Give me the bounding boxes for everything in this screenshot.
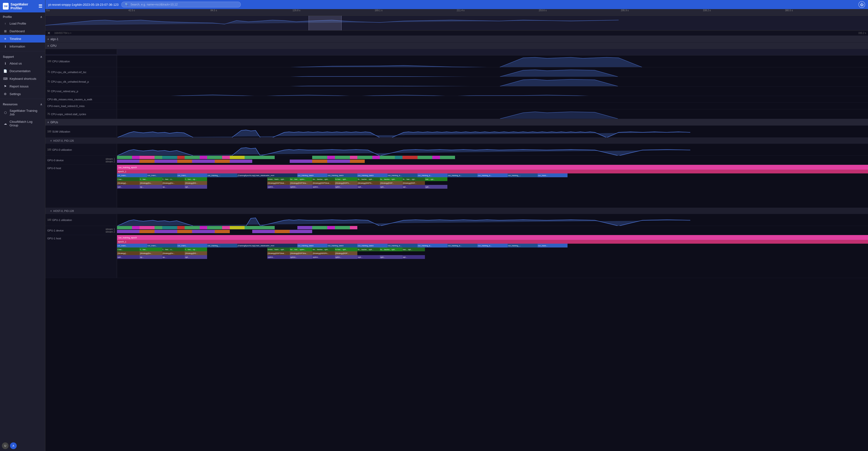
track-label-cpu-inst: 50 CPU-inst_retired.any_p	[45, 87, 117, 96]
host0-header[interactable]: ∧ HOST-0, PID-126	[45, 138, 868, 144]
tick-6: 253.6 s	[539, 9, 547, 12]
step238-block[interactable]: run_training_b...	[447, 174, 477, 177]
mini-selection[interactable]	[309, 16, 342, 30]
track-row-cpu-clk-ref: 75 CPU-cpu_clk_unhalted.ref_tsc	[45, 67, 868, 77]
step230-block[interactable]: run_traini...	[147, 174, 177, 177]
gpu-sum-label: SUM Utilization	[52, 130, 70, 133]
host1-header[interactable]: ∧ HOST-0, PID-128	[45, 208, 868, 214]
profile-collapse-icon[interactable]: ∧	[40, 15, 42, 19]
resources-collapse-icon[interactable]: ∧	[40, 103, 42, 106]
resources-section-label: Resources ∧	[0, 100, 45, 107]
run-training-epoch-block[interactable]: run_training_epoch	[117, 165, 868, 170]
sidebar-bottom: U A	[0, 441, 45, 451]
step232-block[interactable]: run_training_...	[207, 174, 237, 177]
tick-8: 338.2 s	[703, 9, 711, 12]
sidebar-item-about[interactable]: ℹ About us	[0, 59, 45, 67]
report-icon: ⚑	[3, 84, 7, 88]
epoch1-block[interactable]: epoch_1	[117, 170, 868, 174]
gpu1-opti-row: opti... op... op... opt... optimi... opt…	[117, 255, 868, 259]
cpu-util-label: CPU Utilization	[52, 60, 70, 63]
algo-section-header[interactable]: ∧ algo-1	[45, 36, 868, 42]
step235-block[interactable]: run_training_batch	[357, 174, 388, 177]
track-canvas-cpu-clk-thread[interactable]	[117, 77, 868, 86]
dashboard-label: Dashboard	[9, 29, 25, 33]
shortcuts-label: Keyboard shortcuts	[9, 77, 36, 81]
step240-block[interactable]: run_training_...	[507, 174, 538, 177]
sidebar-item-timeline[interactable]: ≡ Timeline	[0, 35, 45, 42]
track-label-gpu1-util: 100 GPU-1 utilization	[45, 214, 117, 226]
track-canvas-gpu-sum[interactable]	[117, 126, 868, 137]
track-canvas-cpu-clk-ref[interactable]	[117, 67, 868, 77]
tick-7: 295.9 s	[621, 9, 629, 12]
track-canvas-cpu-uops[interactable]	[117, 110, 868, 119]
step233-block[interactable]: run_training_batch	[298, 174, 328, 177]
profile-section-label: Profile ∧	[0, 12, 45, 20]
track-canvas-cpu-util[interactable]	[117, 55, 868, 67]
step237-block[interactable]: run_training_b...	[417, 174, 447, 177]
track-label-gpu1-device: GPU-1 device stream 1 stream 2	[45, 226, 117, 235]
track-row-cpu-clk-thread: 75 CPU-cpu_clk_unhalted.thread_p	[45, 77, 868, 87]
gpu0-epoch-row: run_training_epoch	[117, 165, 868, 170]
settings-icon: ⚙	[3, 92, 7, 96]
cpu-section-header[interactable]: ∧ CPU	[45, 42, 868, 49]
sidebar-item-training-job[interactable]: ⬡ SageMaker Training Job	[0, 107, 45, 118]
step234-block[interactable]: run_training_batch	[327, 174, 357, 177]
step241-block[interactable]: run_traini...	[538, 174, 568, 177]
track-canvas-gpu0-device[interactable]	[117, 156, 868, 164]
sidebar-item-settings[interactable]: ⚙ Settings	[0, 90, 45, 98]
time-ruler: +0 s +51.9 ms +151.9 ms +251.9 ms +351.9…	[45, 49, 868, 55]
sidebar-item-shortcuts[interactable]: ⌨ Keyboard shortcuts	[0, 75, 45, 82]
track-canvas-gpu1-host[interactable]: run_training_epoch epoch_1 run_traini...…	[117, 235, 868, 278]
cpu-section-label: CPU	[51, 44, 56, 48]
sidebar-item-cloudwatch[interactable]: ☁ CloudWatch Log Group	[0, 118, 45, 129]
track-canvas-gpu1-device[interactable]	[117, 226, 868, 235]
search-bar[interactable]: 🔍	[121, 2, 241, 7]
track-label-cpu-mem: CPU-mem_load_retired.l3_miss	[45, 103, 117, 109]
track-canvas-cpu-inst[interactable]	[117, 87, 868, 96]
step231-block[interactable]: run_traini...	[177, 174, 207, 177]
topbar: pt-resnet-smppy-1xg4dn-2023-05-19-23-07-…	[45, 0, 868, 9]
gpus-section-header[interactable]: ∧ GPUs	[45, 119, 868, 126]
gpu1-stream2-row	[117, 230, 868, 234]
track-row-gpu1-host: GPU-1 host run_training_epoch epoch_1 ru…	[45, 235, 868, 278]
track-canvas-gpu0-host[interactable]: run_training_epoch epoch_1 run_traini...…	[117, 165, 868, 208]
track-label-cpu-util: 100 CPU Utilization	[45, 55, 117, 67]
step229-block[interactable]: run_traini...	[117, 174, 147, 177]
step239-block[interactable]: run_training_b...	[477, 174, 507, 177]
gpu0-opti-row: opti... op... op... opt... optimi... opt…	[117, 185, 868, 189]
track-canvas-cpu-itlb[interactable]	[117, 96, 868, 102]
sidebar-item-report[interactable]: ⚑ Report issuus	[0, 82, 45, 90]
mini-chart[interactable]	[45, 16, 868, 30]
gpu1-forwback-row: f bac... f... bac... f... bac... o... f.…	[117, 247, 868, 251]
gpu1-steps-row: run_traini... run_traini... run_traini..…	[117, 244, 868, 247]
track-canvas-gpu1-util[interactable]	[117, 214, 868, 226]
overview-ruler: 0 s 42.5 s 84.5 s 126.8 s 169.1 s 211.4 …	[45, 9, 868, 16]
menu-icon[interactable]: ☰	[38, 4, 42, 9]
power-button[interactable]: ⏻	[859, 1, 865, 8]
support-collapse-icon[interactable]: ∧	[40, 55, 42, 59]
avatar-2[interactable]: A	[10, 442, 17, 449]
tick-2: 84.5 s	[211, 9, 217, 12]
stream2-row	[117, 159, 868, 163]
dataloader-block[interactable]: [TrainingEpochLoop].train_dataloader_nex…	[237, 174, 298, 177]
avatar[interactable]: U	[2, 442, 9, 449]
sidebar-item-docs[interactable]: 📄 Documentation	[0, 67, 45, 75]
track-canvas-cpu-mem[interactable]	[117, 103, 868, 109]
sidebar-item-load-profile[interactable]: ↑ Load Profile	[0, 20, 45, 27]
track-label-gpu1-host: GPU-1 host	[45, 235, 117, 278]
tick-1: 42.5 s	[128, 9, 135, 12]
report-label: Report issuus	[9, 85, 28, 88]
settings-label: Settings	[9, 92, 21, 96]
sidebar-item-dashboard[interactable]: ⊞ Dashboard	[0, 27, 45, 35]
gpu1-stream1-row	[117, 226, 868, 230]
host1-arrow-icon: ∧	[50, 210, 52, 212]
track-canvas-gpu0-util[interactable]	[117, 144, 868, 155]
step236-block[interactable]: run_training_b...	[388, 174, 417, 177]
timeline-container[interactable]: 0 s 42.5 s 84.5 s 126.8 s 169.1 s 211.4 …	[45, 9, 868, 451]
algo-arrow-icon: ∧	[47, 38, 49, 40]
gpu1-epoch-row: run_training_epoch	[117, 235, 868, 240]
close-button[interactable]: ✕	[47, 31, 51, 35]
cpu-arrow-icon: ∧	[47, 44, 49, 47]
sidebar-item-information[interactable]: ℹ Information	[0, 42, 45, 50]
search-input[interactable]	[130, 3, 237, 6]
